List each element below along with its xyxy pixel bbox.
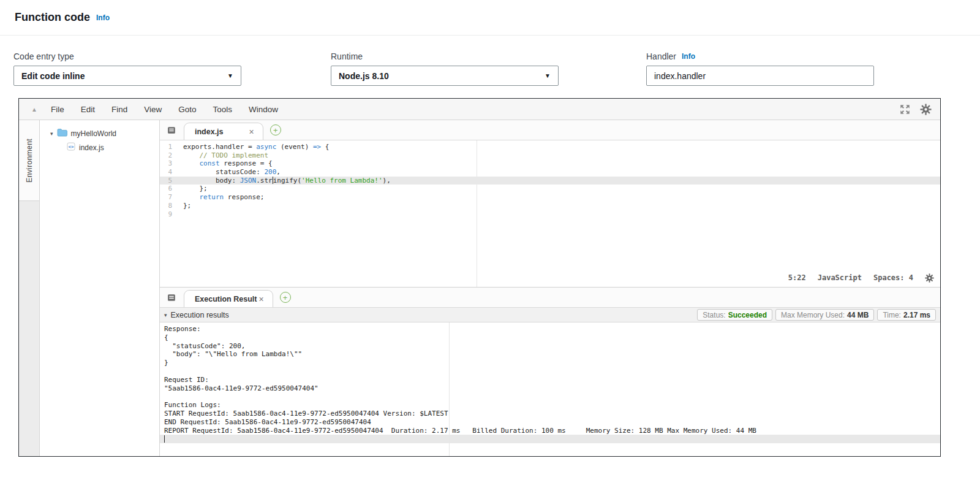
runtime-field: Runtime Node.js 8.10 ▼ bbox=[331, 51, 559, 86]
results-tabbar: Execution Result × + bbox=[160, 288, 940, 308]
chevron-down-icon: ▼ bbox=[227, 72, 233, 79]
execution-results-header: ▾ Execution results Status: Succeeded Ma… bbox=[160, 308, 940, 322]
execution-results-title: Execution results bbox=[171, 311, 229, 319]
line-number: 1 bbox=[160, 143, 180, 151]
environment-tab-label: Environment bbox=[25, 139, 34, 183]
line-number: 9 bbox=[160, 210, 180, 219]
svg-text:<>: <> bbox=[68, 144, 74, 150]
code-entry-type-value: Edit code inline bbox=[21, 71, 85, 81]
max-memory-badge: Max Memory Used: 44 MB bbox=[775, 309, 874, 321]
runtime-value: Node.js 8.10 bbox=[339, 71, 389, 81]
max-memory-value: 44 MB bbox=[847, 311, 869, 319]
line-number: 3 bbox=[160, 159, 180, 168]
folder-expander-icon[interactable]: ▾ bbox=[50, 131, 53, 137]
execution-output-text: Response: { "statusCode": 200, "body": "… bbox=[160, 322, 940, 435]
menu-item-goto[interactable]: Goto bbox=[178, 105, 196, 114]
code-entry-type-field: Code entry type Edit code inline ▼ bbox=[13, 51, 241, 86]
status-value: Succeeded bbox=[728, 311, 767, 319]
new-tab-icon[interactable]: + bbox=[270, 124, 281, 135]
result-badges: Status: Succeeded Max Memory Used: 44 MB… bbox=[697, 309, 936, 321]
handler-field: Handler Info bbox=[646, 51, 874, 86]
line-number: 5 bbox=[160, 177, 180, 185]
menu-item-edit[interactable]: Edit bbox=[81, 105, 95, 114]
chevron-down-icon: ▼ bbox=[545, 72, 551, 79]
output-active-line bbox=[160, 435, 940, 443]
code-entry-type-select[interactable]: Edit code inline ▼ bbox=[13, 66, 241, 86]
code-line-3[interactable]: 3 const response = { bbox=[160, 159, 940, 168]
code-editor-pane: index.js × + 1exports.handler = async (e… bbox=[160, 120, 940, 287]
time-value: 2.17 ms bbox=[903, 311, 930, 319]
function-code-info-link[interactable]: Info bbox=[96, 13, 110, 22]
menu-item-window[interactable]: Window bbox=[249, 105, 278, 114]
line-number: 7 bbox=[160, 193, 180, 202]
code-editing-area[interactable]: 1exports.handler = async (event) => {2 /… bbox=[160, 140, 940, 287]
tree-item-file[interactable]: <> index.js bbox=[40, 140, 159, 154]
code-line-1[interactable]: 1exports.handler = async (event) => { bbox=[160, 143, 940, 151]
menu-item-find[interactable]: Find bbox=[111, 105, 127, 114]
close-tab-icon[interactable]: × bbox=[258, 295, 263, 303]
js-file-icon: <> bbox=[67, 142, 75, 153]
section-header: Function code Info bbox=[0, 0, 980, 36]
tab-list-icon[interactable] bbox=[167, 294, 176, 302]
code-editor-frame: ▲ File Edit Find View Goto Tools Window bbox=[18, 98, 941, 457]
language-mode-status[interactable]: JavaScript bbox=[818, 274, 862, 283]
folder-name: myHelloWorld bbox=[71, 129, 116, 138]
tab-execution-result[interactable]: Execution Result × bbox=[184, 290, 273, 307]
line-number: 6 bbox=[160, 185, 180, 193]
collapse-results-icon[interactable]: ▾ bbox=[164, 312, 167, 318]
editor-menubar: ▲ File Edit Find View Goto Tools Window bbox=[19, 99, 940, 120]
code-entry-type-label: Code entry type bbox=[13, 51, 241, 61]
close-tab-icon[interactable]: × bbox=[249, 128, 254, 136]
new-tab-icon[interactable]: + bbox=[280, 292, 291, 303]
fullscreen-icon[interactable] bbox=[900, 104, 910, 115]
folder-icon bbox=[57, 128, 67, 139]
environment-tab[interactable]: Environment bbox=[19, 120, 39, 201]
menu-item-view[interactable]: View bbox=[144, 105, 162, 114]
code-line-7[interactable]: 7 return response; bbox=[160, 193, 940, 202]
runtime-label: Runtime bbox=[331, 51, 559, 61]
tree-item-folder[interactable]: ▾ myHelloWorld bbox=[40, 126, 159, 140]
execution-results-output[interactable]: Response: { "statusCode": 200, "body": "… bbox=[160, 322, 940, 456]
tab-list-icon[interactable] bbox=[167, 126, 176, 134]
lambda-function-code-page: Function code Info Code entry type Edit … bbox=[0, 0, 980, 97]
print-margin-line bbox=[449, 322, 450, 456]
status-badge: Status: Succeeded bbox=[697, 309, 772, 321]
status-bar-gear-icon[interactable] bbox=[925, 273, 934, 283]
menu-item-tools[interactable]: Tools bbox=[213, 105, 233, 114]
code-line-6[interactable]: 6 }; bbox=[160, 185, 940, 193]
time-badge: Time: 2.17 ms bbox=[877, 309, 936, 321]
environment-sidebar-strip: Environment bbox=[19, 120, 40, 456]
code-settings-form: Code entry type Edit code inline ▼ Runti… bbox=[0, 36, 980, 97]
editor-tabbar: index.js × + bbox=[160, 120, 940, 140]
tab-execution-result-label: Execution Result bbox=[195, 295, 257, 303]
code-line-9[interactable]: 9 bbox=[160, 210, 940, 219]
menu-item-file[interactable]: File bbox=[51, 105, 64, 114]
runtime-select[interactable]: Node.js 8.10 ▼ bbox=[331, 66, 559, 86]
collapse-editor-icon[interactable]: ▲ bbox=[31, 106, 37, 113]
editor-settings-gear-icon[interactable] bbox=[920, 104, 932, 115]
cursor-position-status: 5:22 bbox=[788, 274, 806, 283]
handler-info-link[interactable]: Info bbox=[682, 52, 695, 61]
tab-index-js-label: index.js bbox=[195, 128, 224, 136]
indentation-status[interactable]: Spaces: 4 bbox=[873, 274, 913, 283]
page-title: Function code bbox=[15, 11, 90, 24]
line-number: 2 bbox=[160, 151, 180, 160]
execution-results-pane: Execution Result × + ▾ Execution results… bbox=[160, 287, 940, 456]
line-number: 4 bbox=[160, 168, 180, 177]
editor-status-bar: 5:22 JavaScript Spaces: 4 bbox=[788, 273, 934, 283]
handler-label: Handler bbox=[646, 51, 676, 61]
code-line-8[interactable]: 8}; bbox=[160, 202, 940, 210]
text-cursor bbox=[164, 435, 165, 443]
line-number: 8 bbox=[160, 202, 180, 210]
tab-index-js[interactable]: index.js × bbox=[184, 123, 263, 140]
file-tree-panel: ▾ myHelloWorld <> inde bbox=[40, 120, 160, 456]
file-name: index.js bbox=[79, 143, 104, 152]
code-line-2[interactable]: 2 // TODO implement bbox=[160, 151, 940, 160]
code-line-5[interactable]: 5 body: JSON.stringify('Hello from Lambd… bbox=[160, 177, 940, 185]
code-line-4[interactable]: 4 statusCode: 200, bbox=[160, 168, 940, 177]
handler-input[interactable] bbox=[646, 66, 874, 86]
